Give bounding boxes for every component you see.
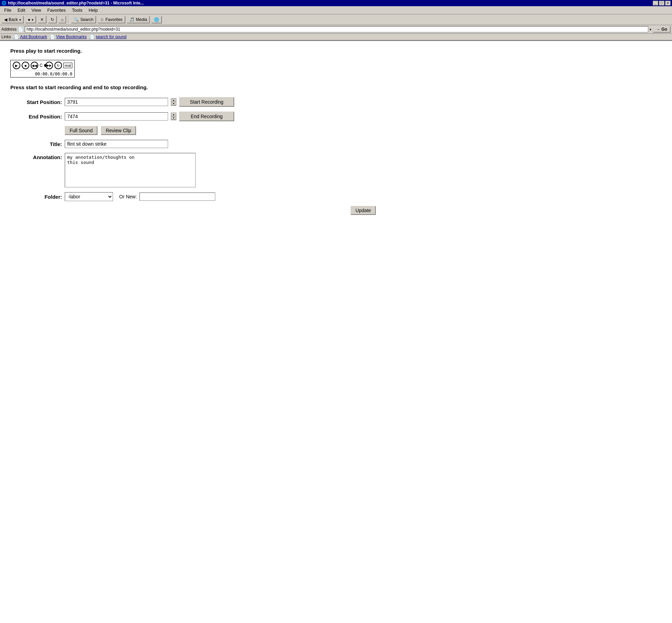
close-button[interactable]: ✕ [665,1,671,6]
address-page-icon: 📄 [18,27,23,32]
title-label: Title: [10,141,62,147]
review-clip-button[interactable]: Review Clip [101,126,136,135]
end-position-input[interactable] [65,112,168,121]
toolbar-separator [68,15,69,24]
address-dropdown-icon[interactable]: ▾ [650,28,651,31]
menu-bar: File Edit View Favorites Tools Help [0,6,672,14]
window-title: http://localhost/media/sound_editor.php?… [8,1,144,6]
menu-file[interactable]: File [1,7,14,13]
title-input[interactable] [65,140,168,148]
history-icon: 🌐 [154,17,159,22]
start-position-decrement[interactable]: ▼ [171,102,176,105]
player-slider-container: C [40,63,44,68]
forward-button[interactable]: ● ▾ [25,16,36,23]
go-arrow-icon: → [656,27,660,32]
forward-icon: ● [28,17,30,22]
end-position-label: End Position: [10,114,62,120]
view-bookmarks-link[interactable]: 📄 View Bookmarks [50,34,87,39]
player-slider-thumb [44,64,47,67]
links-bar: Links 📄 Add Bookmark 📄 View Bookmarks 📄 … [0,34,672,41]
rewind-button[interactable]: ◀◀ [31,62,38,69]
end-recording-button[interactable]: End Recording [179,112,234,121]
real-badge: real [63,63,72,68]
window-controls: _ □ ✕ [653,1,671,6]
refresh-button[interactable]: ↻ [48,16,57,23]
start-position-increment[interactable]: ▲ [171,98,176,102]
menu-help[interactable]: Help [86,7,101,13]
update-button[interactable]: Update [351,206,376,215]
stop-button[interactable]: ✕ [38,16,46,23]
links-label: Links [1,34,11,39]
instruction-play: Press play to start recording. [10,48,662,54]
player-time-display: 00:00.0/00:00.0 [11,71,74,77]
address-label: Address [1,27,17,32]
full-sound-button[interactable]: Full Sound [65,126,97,135]
media-button[interactable]: 🎵 Media [127,16,150,23]
annotation-textarea[interactable] [65,153,196,187]
browser-chrome: 🌐 http://localhost/media/sound_editor.ph… [0,0,672,41]
bookmark-icon: 📄 [14,34,19,39]
loop-button[interactable]: ↻ [54,62,62,69]
start-position-row: Start Position: ▲ ▼ Start Recording [10,97,662,107]
annotation-row: Annotation: [10,153,662,187]
forward-dropdown-icon: ▾ [32,18,33,22]
end-position-decrement[interactable]: ▼ [171,116,176,120]
update-row: Update [65,206,662,215]
home-icon: ⌂ [61,17,63,22]
folder-select[interactable]: -labor labor tools stone [65,192,113,201]
player-controls: ▶ ■ ◀◀ C ▶▶ ↻ real [11,60,74,71]
back-dropdown-icon: ▾ [19,18,21,22]
menu-edit[interactable]: Edit [15,7,28,13]
media-icon: 🎵 [130,17,135,22]
new-folder-input[interactable] [139,193,215,201]
title-bar-left: 🌐 http://localhost/media/sound_editor.ph… [1,1,144,6]
go-button[interactable]: → Go [653,26,671,33]
bookmarks-icon: 📄 [50,34,55,39]
search-button[interactable]: 🔍 Search [71,16,96,23]
sound-search-icon: 📄 [90,34,95,39]
stop-button[interactable]: ■ [22,62,29,69]
add-bookmark-link[interactable]: 📄 Add Bookmark [14,34,47,39]
back-icon: ◀ [4,17,7,22]
menu-tools[interactable]: Tools [69,7,85,13]
maximize-button[interactable]: □ [659,1,664,6]
play-button[interactable]: ▶ [13,62,20,69]
player-right-controls: ▶▶ ↻ real [45,62,72,69]
folder-label: Folder: [10,194,62,200]
folder-row: Folder: -labor labor tools stone Or New: [10,192,662,201]
back-button[interactable]: ◀ Back ▾ [1,16,24,23]
end-position-increment[interactable]: ▲ [171,113,176,116]
menu-favorites[interactable]: Favorites [44,7,68,13]
history-button[interactable]: 🌐 [151,16,162,23]
title-row: Title: [10,140,662,148]
toolbar: ◀ Back ▾ ● ▾ ✕ ↻ ⌂ 🔍 Search ☆ Favorites … [0,14,672,25]
start-position-input[interactable] [65,98,168,106]
start-position-label: Start Position: [10,99,62,105]
start-recording-button[interactable]: Start Recording [179,97,234,107]
title-bar: 🌐 http://localhost/media/sound_editor.ph… [0,0,672,6]
address-bar: Address 📄 ▾ → Go [0,25,672,34]
home-button[interactable]: ⌂ [58,16,66,23]
stop-icon: ✕ [40,17,44,22]
media-player: ▶ ■ ◀◀ C ▶▶ ↻ real 00:00.0/00:00.0 [10,60,75,77]
slider-start-marker: C [40,63,43,68]
or-new-label: Or New: [119,194,137,199]
start-position-spinner: ▲ ▼ [171,98,176,106]
favorites-button[interactable]: ☆ Favorites [97,16,125,23]
address-input[interactable] [25,26,648,32]
minimize-button[interactable]: _ [653,1,658,6]
star-icon: ☆ [100,17,104,22]
sound-buttons-row: Full Sound Review Clip [65,126,662,135]
search-icon: 🔍 [74,17,79,22]
main-content: Press play to start recording. ▶ ■ ◀◀ C … [0,41,672,222]
instruction-recording: Press start to start recording and end t… [10,84,662,90]
annotation-label: Annotation: [10,153,62,160]
search-for-sound-link[interactable]: 📄 search for sound [90,34,126,39]
refresh-icon: ↻ [51,17,54,22]
browser-icon: 🌐 [1,1,7,6]
menu-view[interactable]: View [29,7,44,13]
end-position-spinner: ▲ ▼ [171,113,176,120]
end-position-row: End Position: ▲ ▼ End Recording [10,112,662,121]
